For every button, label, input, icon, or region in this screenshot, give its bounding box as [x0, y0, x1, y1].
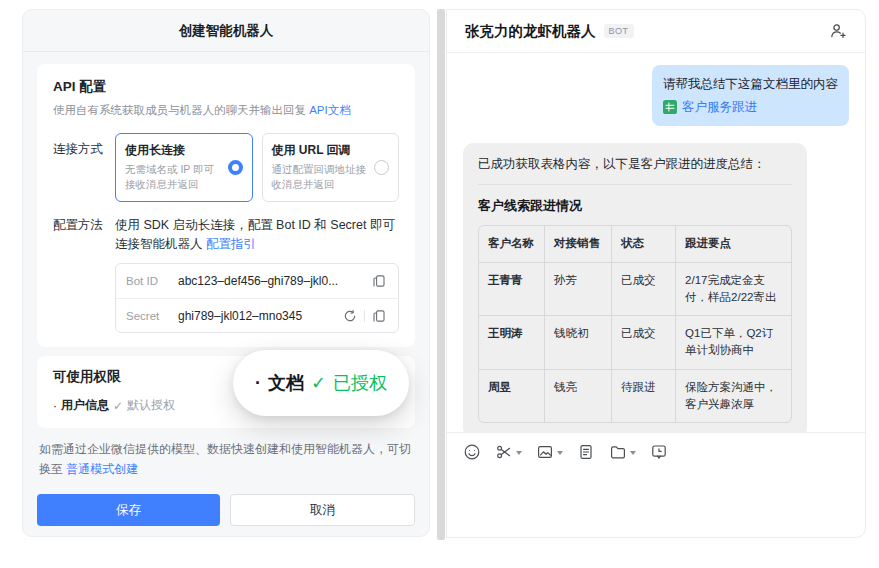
bullet: ·	[255, 373, 261, 394]
caret-down-icon[interactable]	[630, 451, 636, 458]
permission-name: 用户信息	[61, 397, 109, 414]
divider	[364, 310, 365, 322]
cell-notes: 2/17完成定金支付，样品2/22寄出	[676, 262, 791, 316]
image-icon[interactable]	[536, 443, 563, 461]
panel-divider	[437, 9, 445, 540]
bot-id-value: abc123–def456–ghi789–jkl0...	[178, 274, 370, 288]
cell-status: 已成交	[612, 316, 676, 370]
col-header: 跟进要点	[676, 226, 791, 262]
followup-table: 客户名称 对接销售 状态 跟进要点 王青青 孙芳 已成交 2/17完成定金支付，…	[478, 225, 792, 423]
credentials-box: Bot ID abc123–def456–ghi789–jkl0...	[115, 263, 399, 333]
bot-id-row: Bot ID abc123–def456–ghi789–jkl0...	[116, 264, 398, 298]
permission-status: 默认授权	[127, 397, 175, 414]
add-member-icon[interactable]	[829, 22, 847, 40]
caret-down-icon[interactable]	[516, 451, 522, 458]
save-button[interactable]: 保存	[37, 494, 220, 526]
create-bot-panel: 创建智能机器人 API 配置 使用自有系统获取成员与机器人的聊天并输出回复 AP…	[22, 9, 430, 537]
spreadsheet-icon	[663, 100, 677, 114]
config-guide-link[interactable]: 配置指引	[206, 237, 256, 251]
api-section-desc: 使用自有系统获取成员与机器人的聊天并输出回复	[53, 104, 306, 116]
option-desc: 无需域名或 IP 即可接收消息并返回	[125, 162, 222, 192]
cell-sales: 钱亮	[545, 369, 612, 422]
refresh-icon[interactable]	[341, 307, 359, 325]
col-header: 状态	[612, 226, 676, 262]
permission-name: 文档	[268, 371, 304, 395]
check-icon: ✓	[311, 372, 326, 394]
bot-intro-text: 已成功获取表格内容，以下是客户跟进的进度总结：	[478, 156, 792, 185]
user-message-bubble: 请帮我总结下这篇文档里的内容 客户服务跟进	[652, 65, 849, 126]
check-icon: ✓	[113, 399, 123, 413]
bullet: ·	[53, 399, 57, 413]
cell-customer: 王青青	[479, 262, 545, 316]
secret-row: Secret ghi789–jkl012–mno345	[116, 298, 398, 332]
radio-unselected-icon[interactable]	[374, 160, 389, 175]
table-title: 客户线索跟进情况	[478, 197, 792, 215]
chat-preview-panel: 张克力的龙虾机器人 BOT 请帮我总结下这篇文档里的内容	[446, 9, 866, 538]
magnifier-callout: · 文档 ✓ 已授权	[233, 350, 409, 416]
screenshot-icon[interactable]	[495, 443, 522, 461]
attachment-link[interactable]: 客户服务跟进	[682, 97, 757, 118]
permission-status: 已授权	[333, 371, 387, 395]
copy-icon[interactable]	[370, 272, 388, 290]
chat-history-icon[interactable]	[650, 443, 668, 461]
api-config-card: API 配置 使用自有系统获取成员与机器人的聊天并输出回复 API文档 连接方式…	[37, 64, 415, 347]
col-header: 对接销售	[545, 226, 612, 262]
radio-selected-icon[interactable]	[228, 160, 243, 175]
copy-icon[interactable]	[370, 307, 388, 325]
table-row: 王明涛 钱晓初 已成交 Q1已下单，Q2订单计划协商中	[479, 316, 791, 370]
col-header: 客户名称	[479, 226, 545, 262]
document-icon[interactable]	[577, 443, 595, 461]
user-message-text: 请帮我总结下这篇文档里的内容	[663, 74, 838, 95]
permissions-title: 可使用权限	[53, 368, 121, 386]
panel-title: 创建智能机器人	[23, 10, 429, 52]
api-section-title: API 配置	[53, 78, 399, 96]
bot-message-bubble: 已成功获取表格内容，以下是客户跟进的进度总结： 客户线索跟进情况 客户名称 对接…	[463, 143, 807, 432]
table-row: 周昱 钱亮 待跟进 保险方案沟通中，客户兴趣浓厚	[479, 369, 791, 422]
cell-notes: Q1已下单，Q2订单计划协商中	[676, 316, 791, 370]
cell-sales: 钱晓初	[545, 316, 612, 370]
option-title: 使用长连接	[125, 142, 222, 159]
chat-header: 张克力的龙虾机器人 BOT	[447, 10, 865, 53]
caret-down-icon[interactable]	[557, 451, 563, 458]
cell-sales: 孙芳	[545, 262, 612, 316]
bot-badge: BOT	[604, 24, 634, 38]
folder-icon[interactable]	[609, 443, 636, 461]
table-row: 王青青 孙芳 已成交 2/17完成定金支付，样品2/22寄出	[479, 262, 791, 316]
secret-value: ghi789–jkl012–mno345	[178, 309, 341, 323]
bot-id-label: Bot ID	[126, 275, 178, 287]
cell-status: 已成交	[612, 262, 676, 316]
message-input-area[interactable]	[447, 432, 865, 537]
normal-mode-link[interactable]: 普通模式创建	[66, 462, 138, 476]
api-doc-link[interactable]: API文档	[309, 104, 351, 116]
secret-label: Secret	[126, 310, 178, 322]
input-toolbar	[447, 433, 865, 461]
emoji-icon[interactable]	[463, 443, 481, 461]
option-long-connection[interactable]: 使用长连接 无需域名或 IP 即可接收消息并返回	[115, 133, 253, 201]
cell-notes: 保险方案沟通中，客户兴趣浓厚	[676, 369, 791, 422]
table-header-row: 客户名称 对接销售 状态 跟进要点	[479, 226, 791, 262]
option-title: 使用 URL 回调	[272, 142, 369, 159]
option-url-callback[interactable]: 使用 URL 回调 通过配置回调地址接收消息并返回	[262, 133, 400, 201]
cell-status: 待跟进	[612, 369, 676, 422]
bot-name: 张克力的龙虾机器人	[465, 22, 596, 41]
permissions-card: 可使用权限 · 用户信息 ✓ 默认授权 · 文档 ✓ 已授权	[37, 356, 415, 428]
cell-customer: 王明涛	[479, 316, 545, 370]
cancel-button[interactable]: 取消	[230, 494, 415, 526]
chat-area: 请帮我总结下这篇文档里的内容 客户服务跟进 已成功获取表格内容，以下是客户跟进的…	[447, 53, 865, 432]
option-desc: 通过配置回调地址接收消息并返回	[272, 162, 369, 192]
cell-customer: 周昱	[479, 369, 545, 422]
config-method-label: 配置方法	[53, 216, 115, 334]
app-window: 创建智能机器人 API 配置 使用自有系统获取成员与机器人的聊天并输出回复 AP…	[0, 0, 879, 568]
connection-method-label: 连接方式	[53, 133, 115, 201]
